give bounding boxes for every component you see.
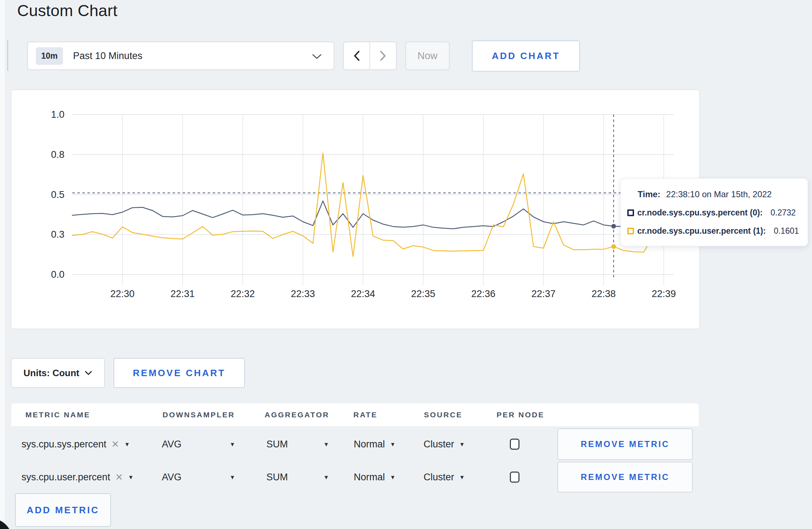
col-rate: RATE: [353, 411, 378, 419]
downsampler-select[interactable]: AVG ▼: [162, 472, 235, 483]
caret-down-icon: ▼: [229, 441, 235, 447]
metric-name-select[interactable]: sys.cpu.sys.percent ✕ ▼: [21, 439, 130, 450]
time-forward-button[interactable]: [370, 42, 396, 69]
metric-name: sys.cpu.sys.percent: [21, 439, 106, 450]
chevron-down-icon: [85, 371, 92, 375]
time-nav-group: [343, 42, 397, 70]
caret-down-icon: ▼: [390, 441, 396, 447]
tooltip-time-label: Time:: [638, 189, 661, 199]
aggregator-value: SUM: [266, 472, 288, 483]
tooltip-series-value: 0.1601: [774, 226, 799, 236]
col-per-node: PER NODE: [497, 411, 545, 419]
downsampler-value: AVG: [162, 472, 182, 483]
x-axis-tick-label: 22:34: [351, 288, 375, 299]
now-button[interactable]: Now: [405, 42, 450, 70]
rate-select[interactable]: Normal ▼: [354, 439, 396, 450]
chevron-left-icon: [354, 51, 359, 61]
units-label: Units: Count: [24, 368, 79, 379]
chevron-right-icon: [380, 51, 386, 61]
chart-hover-tooltip: Time:22:38:10 on Mar 15th, 2022 cr.node.…: [620, 178, 808, 246]
crosshair-point: [612, 244, 616, 249]
time-back-button[interactable]: [344, 42, 370, 69]
x-axis-tick-label: 22:39: [652, 288, 676, 299]
x-axis-tick-label: 22:36: [471, 288, 496, 299]
source-select[interactable]: Cluster ▼: [424, 439, 465, 450]
per-node-checkbox[interactable]: [510, 472, 519, 483]
section-accent-line: [7, 40, 8, 71]
x-axis-tick-label: 22:31: [170, 288, 195, 299]
aggregator-select[interactable]: SUM ▼: [266, 472, 329, 483]
add-chart-button[interactable]: ADD CHART: [472, 40, 580, 72]
col-downsampler: DOWNSAMPLER: [163, 411, 235, 419]
tooltip-series-name: cr.node.sys.cpu.user.percent (1):: [637, 226, 766, 236]
add-metric-button[interactable]: ADD METRIC: [15, 493, 111, 527]
y-axis-tick-label: 1.0: [51, 109, 64, 120]
x-axis-tick-label: 22:35: [411, 288, 435, 299]
cpu-usage-chart[interactable]: 0.00.30.50.81.022:3022:3122:3222:3322:34…: [11, 90, 701, 330]
tooltip-series-value: 0.2732: [770, 208, 796, 218]
downsampler-select[interactable]: AVG ▼: [162, 439, 235, 450]
rate-value: Normal: [354, 439, 385, 450]
downsampler-value: AVG: [162, 439, 182, 450]
series-line: [72, 153, 674, 257]
caret-down-icon: ▼: [323, 474, 329, 480]
x-axis-tick-label: 22:37: [531, 288, 556, 299]
remove-metric-button[interactable]: REMOVE METRIC: [557, 428, 693, 460]
caret-down-icon: ▼: [323, 441, 329, 447]
remove-chart-button[interactable]: REMOVE CHART: [113, 358, 245, 388]
source-value: Cluster: [424, 439, 454, 450]
left-edge-strip: [0, 0, 5, 529]
caret-down-icon: ▼: [229, 474, 235, 480]
rate-select[interactable]: Normal ▼: [354, 472, 396, 483]
caret-down-icon: ▼: [390, 474, 396, 480]
tooltip-series-name: cr.node.sys.cpu.sys.percent (0):: [637, 208, 763, 218]
aggregator-value: SUM: [266, 439, 288, 450]
time-range-select[interactable]: 10m Past 10 Minutes: [27, 42, 334, 70]
remove-metric-button[interactable]: REMOVE METRIC: [557, 462, 693, 492]
col-aggregator: AGGREGATOR: [265, 411, 329, 419]
y-axis-tick-label: 0.5: [51, 189, 64, 200]
chart-card: 0.00.30.50.81.022:3022:3122:3222:3322:34…: [11, 89, 700, 329]
tooltip-time-row: Time:22:38:10 on Mar 15th, 2022: [638, 189, 808, 199]
x-axis-tick-label: 22:33: [291, 288, 315, 299]
page-title: Custom Chart: [17, 1, 117, 20]
x-axis-tick-label: 22:32: [231, 288, 255, 299]
chevron-down-icon: [312, 54, 322, 59]
series-line: [72, 201, 674, 229]
units-select[interactable]: Units: Count: [11, 358, 105, 388]
rate-value: Normal: [354, 472, 385, 483]
clear-metric-icon[interactable]: ✕: [111, 439, 119, 450]
tooltip-series-row: cr.node.sys.cpu.sys.percent (0): 0.2732: [627, 208, 808, 218]
tooltip-time-value: 22:38:10 on Mar 15th, 2022: [666, 189, 772, 199]
custom-chart-page: Custom Chart 10m Past 10 Minutes Now ADD…: [0, 0, 812, 529]
time-range-label: Past 10 Minutes: [73, 50, 142, 62]
y-axis-tick-label: 0.3: [51, 229, 64, 240]
caret-down-icon: ▼: [459, 474, 465, 480]
series-user-legend-swatch: [627, 228, 634, 234]
col-source: SOURCE: [424, 411, 463, 419]
x-axis-tick-label: 22:30: [110, 288, 135, 299]
metric-name: sys.cpu.user.percent: [21, 472, 110, 483]
col-metric-name: METRIC NAME: [25, 411, 90, 419]
time-range-badge: 10m: [36, 47, 63, 65]
series-sys-legend-swatch: [627, 209, 634, 216]
source-value: Cluster: [424, 472, 454, 483]
y-axis-tick-label: 0.0: [51, 269, 64, 280]
metric-name-select[interactable]: sys.cpu.user.percent ✕ ▼: [21, 472, 134, 483]
metrics-table-header: METRIC NAME DOWNSAMPLER AGGREGATOR RATE …: [11, 403, 699, 427]
clear-metric-icon[interactable]: ✕: [115, 472, 123, 483]
caret-down-icon: ▼: [459, 441, 465, 447]
tooltip-series-row: cr.node.sys.cpu.user.percent (1): 0.1601: [627, 226, 808, 236]
caret-down-icon: ▼: [128, 474, 134, 480]
crosshair-point: [612, 224, 616, 229]
source-select[interactable]: Cluster ▼: [424, 472, 465, 483]
per-node-checkbox[interactable]: [510, 439, 519, 450]
x-axis-tick-label: 22:38: [591, 288, 616, 299]
caret-down-icon: ▼: [124, 441, 130, 447]
aggregator-select[interactable]: SUM ▼: [266, 439, 329, 450]
y-axis-tick-label: 0.8: [51, 149, 64, 160]
